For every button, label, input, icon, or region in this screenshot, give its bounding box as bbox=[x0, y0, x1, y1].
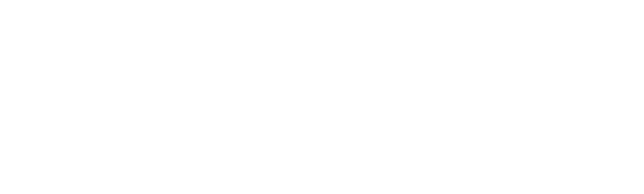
diagram-container bbox=[0, 0, 644, 194]
arrows-svg bbox=[0, 0, 644, 194]
